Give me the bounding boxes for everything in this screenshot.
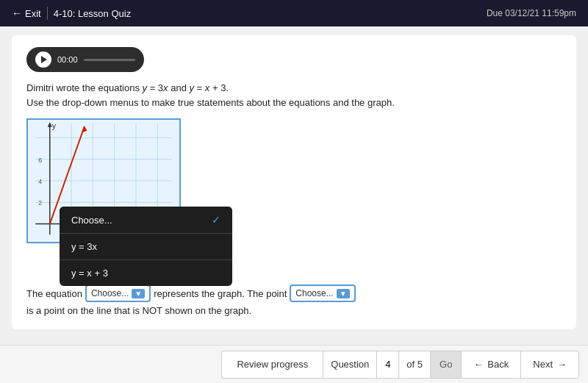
footer: Review progress Question of 5 Go ← Back … [0,345,588,383]
question-navigation: Question of 5 Go [323,351,462,379]
equation-prefix: The equation [26,288,82,299]
audio-time: 00:00 [57,55,78,64]
question-line1: Dimitri wrote the equations y = 3x and y… [26,81,562,96]
svg-marker-20 [82,126,87,133]
equation-dropdown-value: Choose... [91,288,129,298]
dropdown-option-choose[interactable]: Choose... ✓ [60,207,232,233]
question-text: Dimitri wrote the equations y = 3x and y… [26,81,562,110]
question-of-total: of 5 [399,351,431,378]
exit-arrow-icon: ← [12,7,22,19]
dropdown-option-y3x[interactable]: y = 3x [60,234,232,259]
svg-text:2: 2 [38,199,42,207]
equation-mid-text: represents the graph. The point [154,288,287,299]
due-date: Due 03/12/21 11:59pm [487,8,576,18]
point-dropdown-value: Choose... [295,288,333,298]
play-button[interactable] [35,51,51,68]
equation-dropdown-trigger[interactable]: Choose... ▼ [85,284,151,302]
main-content: 00:00 Dimitri wrote the equations y = 3x… [12,35,576,329]
audio-player[interactable]: 00:00 [26,47,144,72]
equation-suffix-text: is a point on the line that is NOT shown… [26,305,251,316]
svg-text:4: 4 [38,178,42,185]
dropdown-option-y3x-label: y = 3x [71,241,97,252]
go-button[interactable]: Go [431,351,461,378]
equation-dropdown-arrow-icon: ▼ [132,289,145,298]
checkmark-icon: ✓ [212,214,220,226]
question-label: Question [323,351,377,378]
topbar-title: 4-10: Lesson Quiz [54,8,132,19]
point-dropdown-trigger[interactable]: Choose... ▼ [290,284,355,302]
dropdown-option-yx3-label: y = x + 3 [71,268,108,279]
equation-dropdown-menu[interactable]: Choose... ✓ y = 3x y = x + 3 [60,207,232,286]
dropdown-option-yx3[interactable]: y = x + 3 [60,260,232,286]
topbar-left: ← Exit 4-10: Lesson Quiz [12,7,131,20]
next-button[interactable]: Next → [521,351,579,379]
next-arrow-icon: → [557,359,567,370]
question-line2: Use the drop-down menus to make true sta… [26,96,562,110]
topbar-divider [47,7,48,20]
review-progress-button[interactable]: Review progress [221,351,323,379]
back-arrow-icon: ← [473,359,483,370]
exit-button[interactable]: ← Exit [12,7,41,19]
back-button[interactable]: ← Back [462,351,521,379]
dropdown-option-choose-label: Choose... [71,215,112,226]
svg-text:y: y [52,121,57,130]
question-number-input[interactable] [377,351,399,378]
exit-label: Exit [25,8,41,19]
back-label: Back [487,359,509,370]
top-bar: ← Exit 4-10: Lesson Quiz Due 03/12/21 11… [0,0,588,26]
equation-row: The equation Choose... ▼ represents the … [26,284,562,316]
svg-text:6: 6 [38,157,42,164]
point-dropdown-arrow-icon: ▼ [337,289,350,298]
graph-container: y 2 4 6 Choose... ✓ y = 3x [26,118,181,243]
next-label: Next [533,359,553,370]
audio-progress-bar[interactable] [84,59,135,61]
